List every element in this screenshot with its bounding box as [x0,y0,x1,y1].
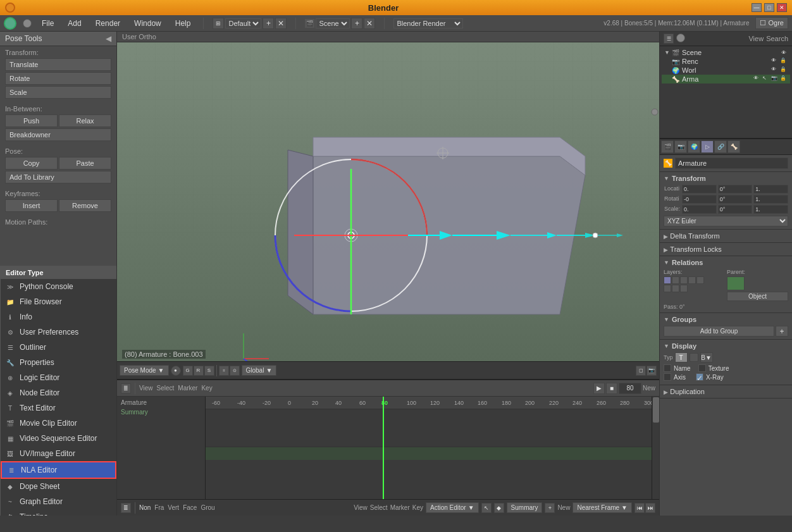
loc-y[interactable] [718,185,753,194]
stop-btn[interactable]: ■ [606,383,617,394]
summary-dropdown[interactable]: Summary [507,502,543,513]
python-console-item[interactable]: ≫ Python Console [1,279,116,294]
logic-editor-item[interactable]: ⊕ Logic Editor [1,370,116,385]
properties-item[interactable]: 🔧 Properties [1,355,116,370]
prev-frame-icon[interactable]: ⏮ [634,503,645,513]
prop-tab-scene[interactable]: 🎬 [661,140,674,153]
name-checkbox[interactable] [664,364,671,372]
layer-7[interactable] [672,285,679,292]
arma-render-icon[interactable]: 📷 [771,75,779,83]
rotate-btn[interactable]: Rotate [5,72,111,85]
view-bottom-label[interactable]: View [354,504,368,511]
prop-tab-data[interactable]: 🦴 [727,140,740,153]
translate-btn[interactable]: Translate [5,58,111,71]
video-sequence-editor-item[interactable]: ▦ Video Sequence Editor [1,431,116,446]
outliner-item[interactable]: ☰ Outliner [1,340,116,355]
push-btn[interactable]: Push [5,114,58,127]
add-to-library-btn[interactable]: Add To Library [5,171,111,183]
texture-T-btn[interactable]: T [675,352,688,362]
snap2-icon[interactable]: ⊙ [230,366,240,376]
scene-dropdown[interactable]: Scene [316,18,350,28]
layout-remove[interactable]: ✕ [275,18,287,29]
view-outliner-label[interactable]: View [748,35,764,42]
timeline-tracks[interactable]: -60 -40 -20 0 20 40 60 80 100 120 140 16… [206,397,652,499]
loc-z[interactable] [753,185,788,194]
worl-lock-icon[interactable]: 🔒 [780,66,788,74]
user-preferences-item[interactable]: ⚙ User Preferences [1,325,116,340]
layer-8[interactable] [680,285,688,292]
scale-y[interactable] [718,205,753,214]
info-item[interactable]: ℹ Info [1,309,116,325]
ogre-checkbox[interactable]: ☐ [760,19,766,27]
layout-add[interactable]: + [263,18,274,29]
breakdowner-btn[interactable]: Breakdowner [5,128,111,141]
maximize-button[interactable]: □ [764,3,774,12]
search-label[interactable]: Search [766,35,788,42]
insert-btn[interactable]: Insert [5,199,58,212]
node-editor-item[interactable]: ◈ Node Editor [1,385,116,400]
rot-y[interactable] [718,195,753,204]
grab-icon[interactable]: G [183,366,193,376]
new-btn[interactable]: New [643,385,655,392]
renc-lock-icon[interactable]: 🔒 [780,58,788,65]
duplication-section[interactable]: ▶ Duplication [660,385,792,399]
prop-tab-constraints[interactable]: 🔗 [714,140,727,153]
prop-tab-render[interactable]: 📷 [674,140,687,153]
timeline-scrollbar-thumb[interactable] [653,397,659,423]
loc-x[interactable] [682,185,717,194]
engine-dropdown[interactable]: Blender Render [393,18,463,28]
viewport-canvas[interactable]: (80) Armature : Bone.003 [117,42,659,361]
minimize-button[interactable]: — [752,3,762,12]
help-menu[interactable]: Help [171,18,195,29]
scene-add[interactable]: + [351,18,362,29]
remove-btn[interactable]: Remove [59,199,111,212]
rot-z[interactable] [753,195,788,204]
editor-type-btn[interactable]: ≣ [121,503,131,513]
arma-item[interactable]: 🦴 Arma 👁 ↖ 📷 🔒 [662,75,790,84]
ogre-check[interactable]: ☐ Ogre [755,17,788,29]
layer-6[interactable] [664,285,671,292]
key-bottom-label[interactable]: Key [412,504,423,511]
relax-btn[interactable]: Relax [59,114,111,127]
xray-checkbox[interactable]: ✓ [696,373,703,381]
new-label[interactable]: New [557,504,570,511]
next-frame-icon[interactable]: ⏭ [645,503,655,513]
movie-clip-editor-item[interactable]: 🎬 Movie Clip Editor [1,416,116,431]
layer-1[interactable] [664,276,671,284]
worl-eye-icon[interactable]: 👁 [771,66,779,74]
layer-5[interactable] [696,276,704,284]
rotate-tool-icon[interactable]: R [194,366,204,376]
select-bottom-label[interactable]: Select [370,504,388,511]
texture-checkbox[interactable] [698,364,706,372]
nla-editor-item[interactable]: ≣ NLA Editor [1,461,116,479]
scene-item[interactable]: ▼ 🎬 Scene 👁 [662,48,790,57]
layer-3[interactable] [680,276,688,284]
copy-btn[interactable]: Copy [5,157,58,170]
add-group-plus-btn[interactable]: + [776,326,788,337]
close-button[interactable]: ✕ [777,3,787,12]
object-btn[interactable]: Object [727,292,788,301]
rot-x[interactable] [682,195,717,204]
worl-item[interactable]: 🌍 Worl 👁 🔒 [662,66,790,75]
delta-transform-section[interactable]: ▶ Delta Transform [660,230,792,243]
renc-eye-icon[interactable]: 👁 [771,58,779,65]
nearest-frame-dropdown[interactable]: Nearest Frame ▼ [572,502,632,513]
arma-cursor-icon[interactable]: ↖ [762,75,770,83]
outliner-type-icon[interactable]: ☰ [664,34,674,44]
global-dropdown[interactable]: Global ▼ [242,365,277,376]
render-menu[interactable]: Render [92,18,124,29]
layout-dropdown[interactable]: Default [225,18,261,28]
add-menu[interactable]: Add [64,18,85,29]
key-btn[interactable]: Key [201,385,212,392]
add-to-group-btn[interactable]: Add to Group [664,326,774,337]
select-btn[interactable]: Select [157,385,175,392]
text-editor-item[interactable]: T Text Editor [1,400,116,416]
new-icon[interactable]: + [545,503,555,513]
scene-remove[interactable]: ✕ [364,18,375,29]
render-icon[interactable]: ◻ [636,366,646,376]
marker-btn[interactable]: Marker [178,385,197,392]
play-btn[interactable]: ▶ [593,383,605,394]
transform-locks-section[interactable]: ▶ Transform Locks [660,243,792,256]
prop-tab-world[interactable]: 🌍 [688,140,700,153]
pivot-icon[interactable]: ● [171,366,181,376]
